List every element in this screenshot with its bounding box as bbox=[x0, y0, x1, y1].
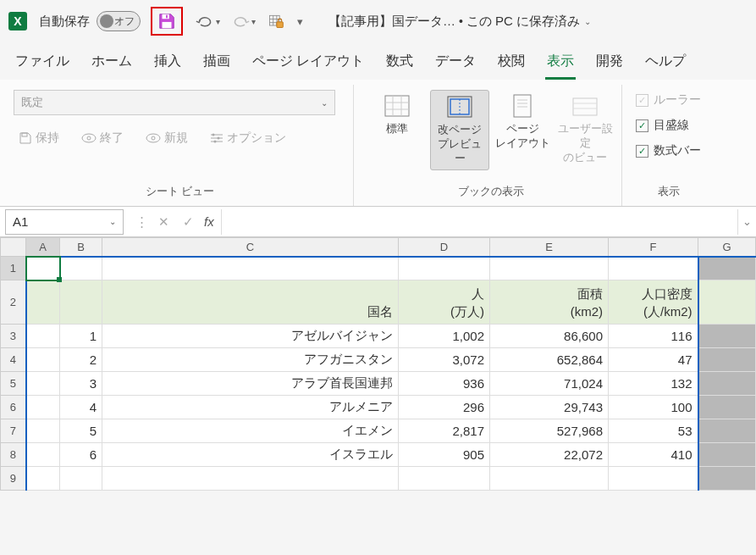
svg-point-18 bbox=[218, 137, 220, 140]
tab-表示[interactable]: 表示 bbox=[545, 49, 576, 80]
svg-rect-0 bbox=[163, 14, 169, 19]
qat-customize[interactable]: ▾ bbox=[293, 14, 306, 30]
select-all-corner[interactable] bbox=[1, 238, 26, 257]
fb-cancel: ✕ bbox=[155, 214, 173, 230]
group-sheetview-label: シート ビュー bbox=[146, 179, 215, 206]
row-header[interactable]: 1 bbox=[1, 257, 26, 280]
svg-point-17 bbox=[212, 134, 215, 136]
svg-point-13 bbox=[152, 136, 155, 140]
sheetview-exit[interactable]: 終了 bbox=[76, 127, 129, 149]
row-header[interactable]: 8 bbox=[1, 443, 26, 467]
protect-button[interactable] bbox=[264, 11, 288, 31]
eye-new-icon bbox=[146, 132, 161, 144]
formula-expand[interactable]: ⌄ bbox=[737, 209, 756, 235]
group-show-label: 表示 bbox=[658, 179, 680, 206]
view-pagebreak[interactable]: 改ページ プレビュー bbox=[430, 90, 489, 170]
svg-point-10 bbox=[82, 134, 96, 142]
row-header[interactable]: 9 bbox=[1, 467, 26, 491]
tab-データ[interactable]: データ bbox=[433, 49, 477, 80]
svg-point-11 bbox=[87, 136, 91, 140]
name-box[interactable]: A1⌄ bbox=[5, 209, 124, 235]
row-header[interactable]: 2 bbox=[1, 280, 26, 325]
col-header[interactable]: G bbox=[698, 238, 756, 257]
view-custom: ユーザー設定 のビュー bbox=[555, 90, 615, 169]
sheetview-new[interactable]: 新規 bbox=[141, 127, 193, 149]
col-header[interactable]: E bbox=[490, 238, 609, 257]
fb-enter: ✓ bbox=[179, 214, 197, 230]
row-header[interactable]: 6 bbox=[1, 396, 26, 419]
svg-rect-8 bbox=[277, 22, 284, 28]
doc-menu-caret[interactable]: ⌄ bbox=[584, 17, 591, 26]
save-button[interactable] bbox=[151, 7, 183, 36]
check-formulabar[interactable]: ✓数式バー bbox=[636, 141, 701, 161]
autosave-label: 自動保存 bbox=[39, 14, 90, 30]
redo-button[interactable]: ▾ bbox=[229, 12, 259, 31]
doc-name: 【記事用】国データ… bbox=[328, 14, 455, 30]
sheetview-keep[interactable]: 保持 bbox=[14, 127, 64, 149]
tab-ページ レイアウト[interactable]: ページ レイアウト bbox=[251, 49, 366, 80]
unsaved-indicator: • bbox=[459, 14, 463, 28]
row-header[interactable]: 5 bbox=[1, 372, 26, 396]
row-header[interactable]: 4 bbox=[1, 348, 26, 372]
check-ruler: ✓ルーラー bbox=[636, 90, 701, 110]
tab-挿入[interactable]: 挿入 bbox=[152, 49, 183, 80]
col-header[interactable]: C bbox=[102, 238, 399, 257]
group-workbookviews-label: ブックの表示 bbox=[458, 179, 524, 206]
view-normal[interactable]: 標準 bbox=[367, 90, 427, 140]
normal-view-icon bbox=[384, 95, 410, 117]
save-icon bbox=[157, 12, 176, 31]
custom-view-icon bbox=[572, 95, 598, 117]
col-header[interactable]: B bbox=[60, 238, 102, 257]
tab-描画[interactable]: 描画 bbox=[201, 49, 232, 80]
tab-開発[interactable]: 開発 bbox=[594, 49, 625, 80]
sheetview-placeholder: 既定 bbox=[21, 95, 43, 110]
saved-location: この PC に保存済み bbox=[466, 14, 580, 30]
check-gridlines[interactable]: ✓目盛線 bbox=[636, 115, 689, 136]
undo-button[interactable]: ▾ bbox=[193, 12, 223, 31]
excel-app-icon: X bbox=[8, 12, 27, 31]
fx-button[interactable]: fx bbox=[204, 214, 214, 229]
formula-input[interactable] bbox=[221, 209, 737, 235]
view-pagelayout[interactable]: ページ レイアウト bbox=[493, 90, 552, 154]
cell-A1[interactable] bbox=[26, 257, 60, 280]
row-header[interactable]: 7 bbox=[1, 419, 26, 443]
sheetview-options[interactable]: オプション bbox=[205, 127, 291, 149]
svg-point-12 bbox=[146, 134, 160, 142]
pagebreak-icon bbox=[447, 96, 472, 118]
tab-ヘルプ[interactable]: ヘルプ bbox=[643, 49, 687, 80]
svg-rect-9 bbox=[22, 133, 27, 136]
col-header[interactable]: A bbox=[26, 238, 60, 257]
svg-point-19 bbox=[214, 141, 217, 143]
svg-rect-28 bbox=[514, 95, 531, 117]
sheetview-select[interactable]: 既定 ⌄ bbox=[14, 90, 335, 115]
svg-rect-20 bbox=[385, 96, 409, 116]
redo-icon bbox=[232, 14, 249, 29]
tab-ホーム[interactable]: ホーム bbox=[90, 49, 134, 80]
autosave-state: オフ bbox=[114, 14, 135, 29]
pagelayout-icon bbox=[510, 93, 534, 119]
col-header[interactable]: F bbox=[609, 238, 698, 257]
tab-数式[interactable]: 数式 bbox=[384, 49, 415, 80]
options-icon bbox=[210, 132, 223, 144]
autosave-toggle[interactable]: オフ bbox=[97, 11, 141, 31]
protect-icon bbox=[268, 13, 284, 30]
eye-exit-icon bbox=[81, 132, 97, 144]
tab-ファイル[interactable]: ファイル bbox=[14, 49, 71, 80]
tab-校閲[interactable]: 校閲 bbox=[496, 49, 527, 80]
undo-icon bbox=[196, 14, 213, 29]
col-header[interactable]: D bbox=[399, 238, 490, 257]
svg-rect-2 bbox=[166, 15, 168, 19]
row-header[interactable]: 3 bbox=[1, 325, 26, 348]
svg-rect-1 bbox=[163, 22, 172, 28]
svg-rect-32 bbox=[573, 98, 597, 115]
save-small-icon bbox=[19, 131, 32, 145]
fb-dropdown-icon[interactable]: ⋮ bbox=[135, 214, 148, 230]
